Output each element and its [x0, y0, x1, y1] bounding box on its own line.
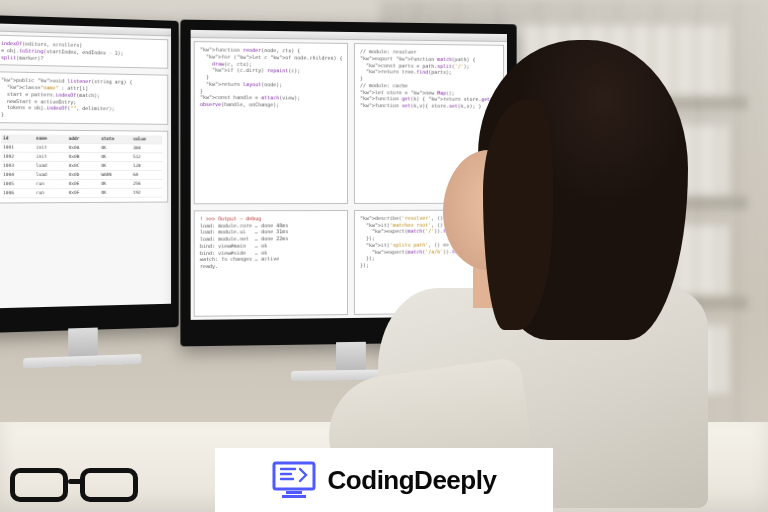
monitor-stand [23, 354, 141, 368]
code-pane: "kw">public "kw">void listener(string ar… [0, 72, 168, 125]
brand-watermark: CodingDeeply [215, 448, 553, 512]
code-pane: "kw">function render(node, ctx) { "kw">f… [194, 41, 348, 204]
photo-scene: indexOf(editors, scrollers)= obj.toStrin… [0, 0, 768, 512]
person-developer [368, 40, 728, 470]
svg-rect-2 [282, 495, 306, 498]
brand-name: CodingDeeply [328, 465, 497, 496]
window-titlebar [0, 23, 171, 36]
monitor-neck [336, 342, 366, 370]
eyeglasses [8, 464, 158, 506]
eyeglasses-lens [80, 468, 138, 502]
svg-rect-0 [274, 463, 314, 489]
monitor-neck [68, 328, 98, 357]
svg-rect-1 [286, 491, 302, 494]
monitor-left-screen: indexOf(editors, scrollers)= obj.toStrin… [0, 23, 171, 308]
person-hair-front [483, 100, 553, 330]
monitor-code-icon [272, 461, 316, 499]
eyeglasses-lens [10, 468, 68, 502]
monitor-left: indexOf(editors, scrollers)= obj.toStrin… [0, 15, 179, 333]
data-grid-pane: idnameaddrstatevalue1001init0x0AOK384100… [0, 129, 168, 204]
output-log-pane: ! >>> Output — debugload: module.core … … [194, 210, 348, 317]
code-pane: indexOf(editors, scrollers)= obj.toStrin… [0, 35, 168, 69]
